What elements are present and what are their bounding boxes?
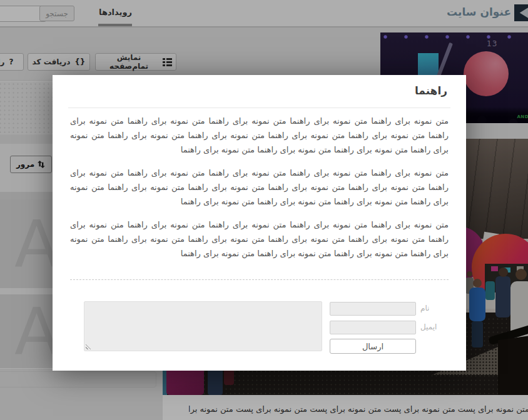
modal-title-divider [68, 108, 450, 108]
help-paragraph: متن نمونه برای راهنما متن نمونه برای راه… [70, 218, 449, 261]
email-input[interactable] [330, 321, 416, 334]
page: عنوان سایت رویدادها جستجو نمایش تمام‌صفح… [0, 0, 528, 420]
help-text: متن نمونه برای راهنما متن نمونه برای راه… [70, 114, 449, 269]
message-textarea[interactable] [84, 301, 322, 351]
help-paragraph: متن نمونه برای راهنما متن نمونه برای راه… [70, 114, 449, 157]
name-label: نام [420, 304, 429, 312]
send-button[interactable]: ارسال [330, 339, 416, 354]
dashed-separator [70, 279, 449, 280]
name-input[interactable] [330, 302, 416, 316]
help-modal: راهنما متن نمونه برای راهنما متن نمونه ب… [53, 75, 466, 371]
modal-title: راهنما [415, 84, 447, 97]
email-label: ایمیل [420, 322, 437, 331]
help-paragraph: متن نمونه برای راهنما متن نمونه برای راه… [70, 166, 449, 209]
